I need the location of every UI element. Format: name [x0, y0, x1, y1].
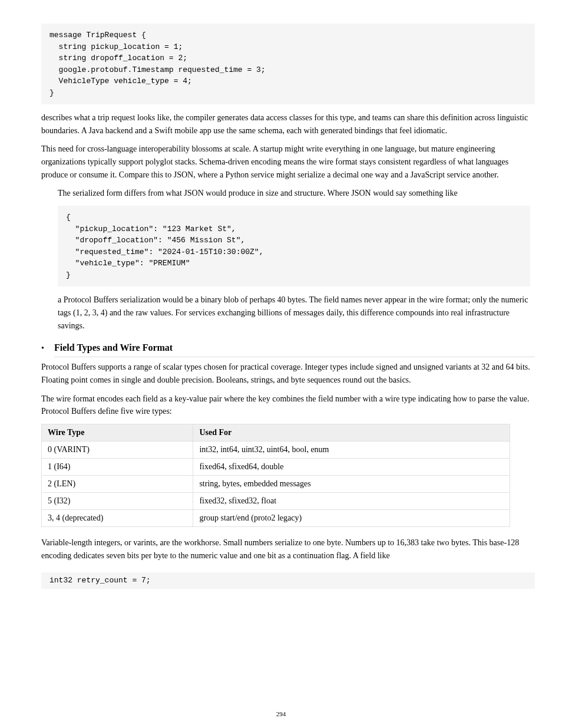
paragraph: The serialized form differs from what JS…	[58, 187, 530, 200]
table-cell: 0 (VARINT)	[42, 441, 193, 458]
table-cell: 5 (I32)	[42, 492, 193, 509]
table-cell: 3, 4 (deprecated)	[42, 509, 193, 526]
code-block-json-example: { "pickup_location": "123 Market St", "d…	[58, 206, 530, 286]
table-row: 2 (LEN) string, bytes, embedded messages	[42, 475, 510, 492]
table-header-row: Wire Type Used For	[42, 424, 510, 441]
table-row: 3, 4 (deprecated) group start/end (proto…	[42, 509, 510, 526]
table-header-cell: Wire Type	[42, 424, 193, 441]
table-row: 0 (VARINT) int32, int64, uint32, uint64,…	[42, 441, 510, 458]
table-cell: int32, int64, uint32, uint64, bool, enum	[193, 441, 510, 458]
code-block-proto-message: message TripRequest { string pickup_loca…	[41, 24, 535, 104]
paragraph: This need for cross-language interoperab…	[41, 143, 535, 181]
paragraph: describes what a trip request looks like…	[41, 111, 535, 137]
section-heading: Field Types and Wire Format	[54, 342, 535, 357]
table-row: 5 (I32) fixed32, sfixed32, float	[42, 492, 510, 509]
paragraph: a Protocol Buffers serialization would b…	[58, 294, 530, 332]
table-cell: group start/end (proto2 legacy)	[193, 509, 510, 526]
code-block-field-decl: int32 retry_count = 7;	[41, 572, 535, 589]
table-header-cell: Used For	[193, 424, 510, 441]
paragraph: Variable-length integers, or varints, ar…	[41, 536, 535, 562]
table-cell: string, bytes, embedded messages	[193, 475, 510, 492]
table-cell: 2 (LEN)	[42, 475, 193, 492]
table-cell: fixed64, sfixed64, double	[193, 458, 510, 475]
paragraph: Protocol Buffers supports a range of sca…	[41, 361, 535, 386]
table-cell: 1 (I64)	[42, 458, 193, 475]
page-number: 294	[0, 710, 562, 717]
table-cell: fixed32, sfixed32, float	[193, 492, 510, 509]
paragraph: The wire format encodes each field as a …	[41, 393, 535, 418]
table-row: 1 (I64) fixed64, sfixed64, double	[42, 458, 510, 475]
wire-types-table: Wire Type Used For 0 (VARINT) int32, int…	[41, 424, 510, 527]
bullet-marker: •	[41, 344, 54, 353]
